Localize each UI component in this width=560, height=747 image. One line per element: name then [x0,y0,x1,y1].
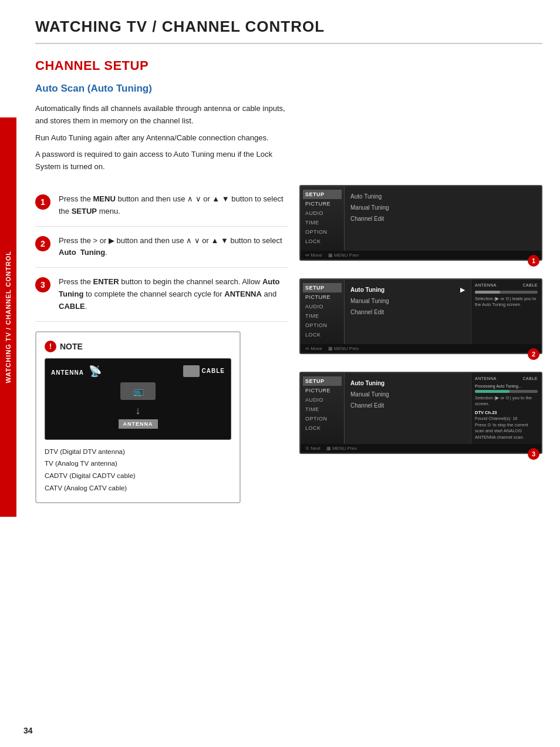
screen-3: SETUP PICTURE AUDIO TIME OPTION LOCK Aut… [299,372,542,455]
menu-option-autotuning-2: Auto Tuning▶ [350,284,465,295]
menu-sidebar-3: SETUP PICTURE AUDIO TIME OPTION LOCK [301,373,345,445]
note-list-item: CADTV (Digital CADTV cable) [45,470,231,482]
menu-option-manualtuning-3: Manual Tuning [350,389,465,400]
screen-num-1: 1 [528,255,539,267]
menu-item-lock-3: LOCK [303,423,342,433]
menu-item-audio-2: AUDIO [303,302,342,311]
menu-item-time-2: TIME [303,311,342,321]
menu-option-autotuning-1: Auto Tuning [350,191,535,202]
menu-option-channeledit-2: Channel Edit [350,307,465,318]
screen-num-3: 3 [528,448,539,460]
step-1: 1 Press the MENU button and then use ∧ ∨… [35,185,288,227]
page-number: 34 [23,726,33,735]
menu-option-channeledit-3: Channel Edit [350,400,465,411]
screen-bottom-1: ⇔ Move ▦ MENU Prev [301,251,541,260]
screen-3-wrapper: SETUP PICTURE AUDIO TIME OPTION LOCK Aut… [299,372,542,455]
menu-item-audio-3: AUDIO [303,395,342,405]
menu-item-setup-2: SETUP [303,283,342,292]
step-2-number: 2 [35,236,50,251]
step-3-text: Press the ENTER button to begin the chan… [59,276,288,312]
step-2-text: Press the > or ▶ button and then use ∧ ∨… [59,235,288,260]
screen-bottom-3: ⊙ Next ▦ MENU Prev [301,444,541,453]
side-tab: WATCHING TV / CHANNEL CONTROL [0,117,16,517]
step-1-text: Press the MENU button and then use ∧ ∨ o… [59,193,288,218]
note-icon: ! [45,341,56,352]
antenna-diagram: ANTENNA 📡 CABLE 📺 ↓ [45,358,231,440]
menu-item-audio-1: AUDIO [303,208,342,218]
screen-1-wrapper: SETUP PICTURE AUDIO TIME OPTION LOCK Aut… [299,185,542,261]
menu-item-lock-1: LOCK [303,237,342,246]
screen-2: SETUP PICTURE AUDIO TIME OPTION LOCK Aut… [299,278,542,354]
step-3-number: 3 [35,277,50,292]
menu-content-1: Auto Tuning Manual Tuning Channel Edit [345,186,541,251]
menu-item-lock-2: LOCK [303,330,342,339]
description-para2: Run Auto Tuning again after any Antenna/… [35,132,294,144]
sub-title: Auto Scan (Auto Tuning) [35,83,542,95]
menu-option-autotuning-3: Auto Tuning [350,378,465,389]
screen-right-panel-3: ANTENNA CABLE Processing Auto Tuning... … [471,373,541,445]
step-1-number: 1 [35,194,50,210]
processing-label: Processing Auto Tuning... [475,384,538,388]
screen-right-panel-2: ANTENNA CABLE Selection (▶ or ⊙) leads y… [471,280,541,344]
step-2: 2 Press the > or ▶ button and then use ∧… [35,227,288,268]
menu-item-setup-3: SETUP [303,376,342,386]
menu-sidebar-1: SETUP PICTURE AUDIO TIME OPTION LOCK [301,186,345,251]
progress-bar-3 [475,390,538,393]
menu-item-option-1: OPTION [303,227,342,237]
menu-sidebar-2: SETUP PICTURE AUDIO TIME OPTION LOCK [301,280,345,344]
menu-content-3: Auto Tuning Manual Tuning Channel Edit [345,373,471,445]
note-list-item: CATV (Analog CATV cable) [45,482,231,494]
menu-item-picture-2: PICTURE [303,292,342,302]
menu-item-setup-1: SETUP [303,190,342,199]
progress-bar-2 [475,291,538,294]
menu-item-option-3: OPTION [303,414,342,423]
menu-item-time-1: TIME [303,218,342,227]
side-tab-text: WATCHING TV / CHANNEL CONTROL [5,251,12,383]
description-para3: A password is required to gain access to… [35,149,294,173]
panel-text-3: Selection (▶ or ⊙) you to the screen. [475,395,538,408]
note-box: ! NOTE ANTENNA 📡 CABLE [35,331,241,504]
screen-bottom-2: ⇔ Move ▦ MENU Prev [301,344,541,353]
menu-item-picture-1: PICTURE [303,199,342,208]
section-title: CHANNEL SETUP [35,58,542,73]
menu-option-manualtuning-2: Manual Tuning [350,295,465,307]
note-list: DTV (Digital DTV antenna) TV (Analog TV … [45,446,231,494]
menu-option-channeledit-1: Channel Edit [350,213,535,224]
note-title: ! NOTE [45,341,231,352]
panel-dtv: DTV Ch.23 Found Channel(s): 16 Press ⊙ t… [475,410,538,441]
panel-text-2: Selection (▶ or ⊙) leads you to the Auto… [475,296,538,308]
screen-1: SETUP PICTURE AUDIO TIME OPTION LOCK Aut… [299,185,542,261]
note-list-item: DTV (Digital DTV antenna) [45,446,231,458]
screen-2-wrapper: SETUP PICTURE AUDIO TIME OPTION LOCK Aut… [299,278,542,354]
page-title: WATCHING TV / CHANNEL CONTROL [35,18,542,44]
menu-item-picture-3: PICTURE [303,386,342,395]
description-para1: Automatically finds all channels availab… [35,103,294,127]
menu-item-option-2: OPTION [303,321,342,330]
menu-option-manualtuning-1: Manual Tuning [350,202,535,213]
menu-content-2: Auto Tuning▶ Manual Tuning Channel Edit [345,280,471,344]
note-list-item: TV (Analog TV antenna) [45,457,231,470]
step-3: 3 Press the ENTER button to begin the ch… [35,268,288,321]
menu-item-time-3: TIME [303,405,342,414]
screen-num-2: 2 [528,348,539,360]
